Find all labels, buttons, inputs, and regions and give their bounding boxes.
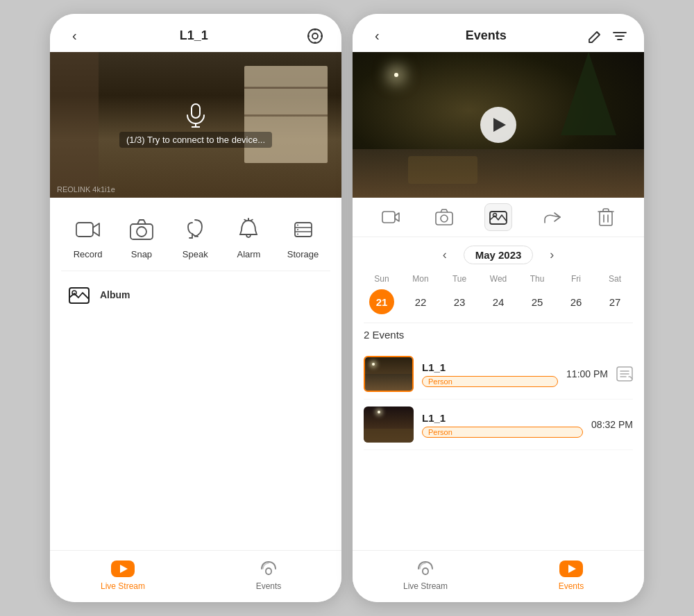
camera-brand: REOLINK 4k1i1e [57,185,115,194]
action-row: Record Snap [50,209,341,271]
event-info-1: L1_1 Person [422,361,558,387]
alarm-icon [233,214,264,245]
thumb-light-2 [378,411,380,413]
event-time-2: 08:32 PM [591,419,633,430]
left-header: ‹ L1_1 [50,14,341,52]
events-icon [259,559,278,579]
snap-action[interactable]: Snap [126,214,157,259]
edit-icon[interactable] [587,28,602,44]
cal-next-btn[interactable]: › [544,246,559,264]
right-tab-livestream[interactable]: Live Stream [353,551,498,602]
right-tab-events[interactable]: Events [498,551,644,602]
tab-events[interactable]: Events [196,551,341,602]
filter-video[interactable] [377,203,405,231]
camera-status: (1/3) Try to connect to the device... [119,132,272,148]
event-thumb-1 [364,356,414,392]
storage-icon [288,214,319,245]
svg-point-4 [307,35,310,37]
right-header: ‹ Events [353,14,644,52]
cal-day-25[interactable]: 25 [525,289,550,314]
album-label: Album [100,289,130,300]
cal-day-22[interactable]: 22 [408,289,433,314]
speak-label: Speak [183,249,208,259]
tab-livestream-label: Live Stream [101,581,145,591]
svg-line-14 [251,220,253,221]
camera-scene: (1/3) Try to connect to the device... RE… [50,52,341,198]
alarm-label: Alarm [237,249,261,259]
cal-header-mon: Mon [403,271,439,286]
calendar-section: ‹ May 2023 › Sun Mon Tue Wed Thu Fri Sat… [353,237,644,323]
storage-action[interactable]: Storage [287,214,319,259]
outdoor-tree [561,52,616,135]
filter-icon[interactable] [612,28,627,44]
settings-icon[interactable] [305,26,325,46]
event-time-1: 11:00 PM [566,368,608,379]
mic-icon [185,103,207,128]
calendar-header: ‹ May 2023 › [364,246,633,264]
snap-icon [126,214,157,245]
play-triangle-icon [493,118,506,132]
back-button[interactable]: ‹ [67,25,83,46]
svg-line-13 [244,220,246,221]
tab-livestream[interactable]: Live Stream [50,551,196,602]
cal-day-26[interactable]: 26 [564,289,589,314]
camera-feed: (1/3) Try to connect to the device... RE… [50,52,341,198]
event-item-2[interactable]: L1_1 Person 08:32 PM [364,400,633,450]
record-label: Record [74,249,103,259]
svg-point-1 [312,33,318,39]
svg-point-18 [297,225,298,226]
cal-day-27[interactable]: 27 [602,289,627,314]
snap-label: Snap [131,249,152,259]
cal-prev-btn[interactable]: ‹ [437,246,452,264]
cal-header-sun: Sun [364,271,400,286]
right-livestream-icon [416,559,435,579]
event-name-2: L1_1 [422,412,583,424]
event-thumb-2 [364,407,414,443]
camera-overlay: (1/3) Try to connect to the device... [50,52,341,198]
video-preview[interactable] [353,52,644,198]
svg-point-30 [441,215,448,222]
right-back-button[interactable]: ‹ [369,25,385,46]
right-phone: ‹ Events [353,14,644,602]
filter-delete[interactable] [592,203,620,231]
cal-day-21[interactable]: 21 [369,289,394,314]
svg-rect-29 [436,212,452,225]
outdoor-light [394,73,398,77]
cal-header-sat: Sat [597,271,633,286]
album-action[interactable]: Album [50,271,341,318]
right-tab-livestream-label: Live Stream [403,581,448,591]
storage-label: Storage [287,249,319,259]
speak-action[interactable]: Speak [180,214,210,259]
play-button[interactable] [480,107,516,143]
cal-header-thu: Thu [519,271,555,286]
filter-album[interactable] [484,203,512,231]
svg-rect-34 [600,212,612,225]
cal-day-24[interactable]: 24 [486,289,511,314]
filter-photo[interactable] [430,203,458,231]
svg-point-2 [314,28,316,31]
filter-tabs [353,198,644,237]
cal-month-label: May 2023 [464,246,534,264]
svg-marker-23 [120,565,128,573]
svg-rect-6 [192,104,200,118]
cal-day-23[interactable]: 23 [447,289,472,314]
tab-bar: Live Stream Events [50,550,341,602]
event-name-1: L1_1 [422,361,558,373]
event-info-2: L1_1 Person [422,412,583,438]
svg-point-20 [297,234,298,235]
svg-rect-41 [423,568,428,574]
speak-icon [180,214,210,245]
calendar-grid: Sun Mon Tue Wed Thu Fri Sat 21 22 23 24 … [364,271,633,314]
svg-marker-42 [568,565,576,573]
album-icon [67,282,92,307]
event-action-icon-1[interactable] [616,366,633,382]
left-phone: ‹ L1_1 [50,14,341,602]
alarm-action[interactable]: Alarm [233,214,264,259]
event-item-1[interactable]: L1_1 Person 11:00 PM [364,349,633,400]
right-page-title: Events [466,28,507,43]
record-action[interactable]: Record [73,214,103,259]
svg-rect-24 [266,568,271,574]
filter-share[interactable] [539,203,566,231]
actions-area: Record Snap [50,198,341,318]
event-scene-1 [365,357,412,391]
